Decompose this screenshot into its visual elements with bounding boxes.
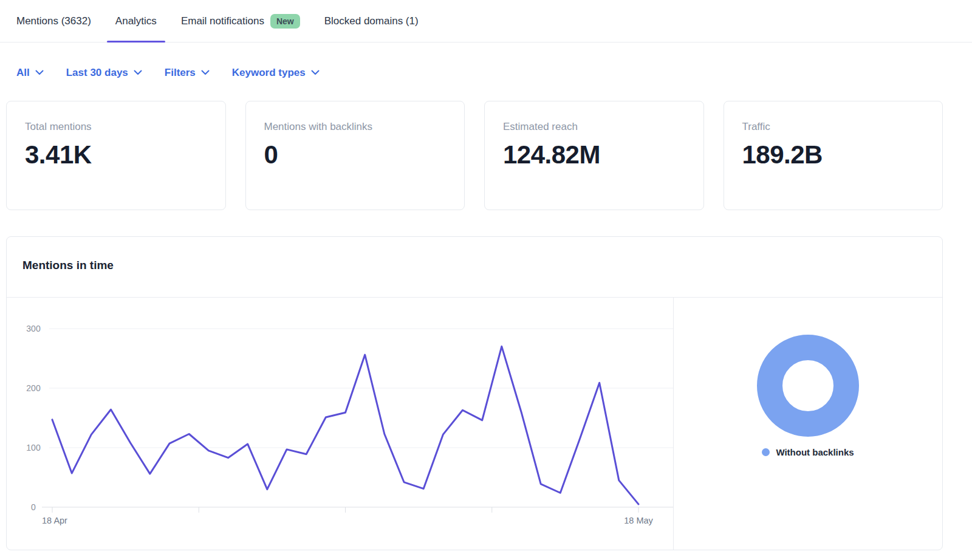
stat-value: 0 [264, 141, 447, 169]
svg-text:18 Apr: 18 Apr [42, 516, 67, 525]
chevron-down-icon [35, 70, 44, 75]
backlinks-donut-panel: Without backlinks [673, 298, 942, 550]
legend-label: Without backlinks [776, 447, 854, 457]
stat-card-estimated-reach: Estimated reach 124.82M [484, 101, 704, 210]
stat-label: Total mentions [25, 121, 207, 133]
stat-label: Traffic [742, 121, 925, 133]
filter-all-dropdown[interactable]: All [16, 66, 44, 79]
chevron-down-icon [311, 70, 320, 75]
tab-label: Mentions (3632) [16, 15, 91, 27]
stat-label: Estimated reach [503, 121, 685, 133]
stat-value: 189.2B [742, 141, 925, 169]
legend-dot-icon [762, 448, 770, 456]
svg-text:200: 200 [26, 383, 41, 393]
stat-card-total-mentions: Total mentions 3.41K [6, 101, 226, 210]
chevron-down-icon [201, 70, 210, 75]
svg-text:300: 300 [26, 324, 41, 333]
chart-card-header: Mentions in time [7, 237, 942, 298]
stat-card-traffic: Traffic 189.2B [724, 101, 943, 210]
filter-label: All [16, 67, 30, 79]
stat-cards-row: Total mentions 3.41K Mentions with backl… [6, 101, 943, 210]
stat-value: 124.82M [503, 141, 685, 169]
tab-label: Blocked domains (1) [324, 15, 419, 27]
tab-label: Analytics [115, 15, 157, 27]
svg-text:18 May: 18 May [624, 516, 653, 525]
filter-label: Keyword types [232, 67, 306, 79]
filter-filters-dropdown[interactable]: Filters [165, 66, 210, 79]
chevron-down-icon [134, 70, 142, 75]
svg-text:100: 100 [26, 443, 41, 452]
filter-bar: All Last 30 days Filters Keyword types [16, 66, 972, 79]
tab-bar: Mentions (3632) Analytics Email notifica… [0, 0, 972, 43]
backlinks-donut-chart [757, 335, 859, 437]
line-chart-panel: 010020030018 Apr18 May [7, 298, 673, 550]
chart-title: Mentions in time [22, 259, 926, 272]
new-badge: New [270, 14, 300, 29]
filter-label: Last 30 days [66, 67, 128, 79]
analytics-page: Mentions (3632) Analytics Email notifica… [0, 0, 972, 550]
mentions-in-time-card: Mentions in time 010020030018 Apr18 May … [6, 236, 943, 550]
mentions-line-chart: 010020030018 Apr18 May [7, 298, 673, 550]
tab-mentions[interactable]: Mentions (3632) [8, 0, 100, 42]
tab-analytics[interactable]: Analytics [107, 0, 165, 42]
tab-label: Email notifications [181, 15, 264, 27]
filter-date-range-dropdown[interactable]: Last 30 days [66, 66, 142, 79]
stat-value: 3.41K [25, 141, 207, 169]
chart-card-body: 010020030018 Apr18 May Without backlinks [7, 298, 942, 550]
svg-text:0: 0 [31, 502, 36, 512]
stat-label: Mentions with backlinks [264, 121, 447, 133]
tab-email-notifications[interactable]: Email notifications New [173, 0, 309, 42]
tab-blocked-domains[interactable]: Blocked domains (1) [316, 0, 427, 42]
filter-keyword-types-dropdown[interactable]: Keyword types [232, 66, 320, 79]
stat-card-mentions-with-backlinks: Mentions with backlinks 0 [245, 101, 465, 210]
filter-label: Filters [165, 67, 196, 79]
donut-legend: Without backlinks [674, 447, 942, 457]
